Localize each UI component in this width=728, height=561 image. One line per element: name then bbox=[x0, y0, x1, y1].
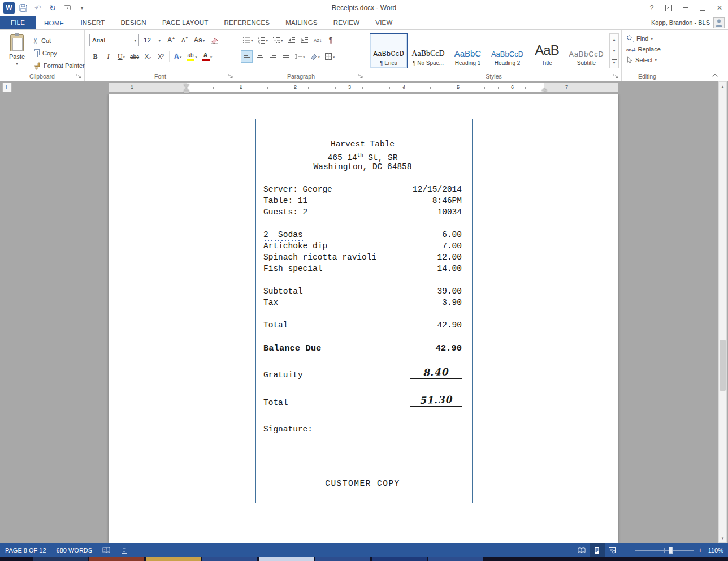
underline-button[interactable]: U▾ bbox=[115, 50, 127, 63]
align-left-button[interactable] bbox=[241, 50, 253, 63]
clear-formatting-button[interactable] bbox=[208, 34, 220, 46]
scrollbar-thumb[interactable] bbox=[720, 340, 726, 391]
style-title[interactable]: AaB Title bbox=[528, 33, 566, 68]
tab-stop-selector[interactable]: L bbox=[2, 83, 12, 92]
zoom-slider-thumb[interactable] bbox=[669, 547, 673, 554]
decrease-indent-button[interactable] bbox=[286, 34, 298, 46]
line-spacing-button[interactable]: ▾ bbox=[293, 50, 307, 63]
select-button[interactable]: Select ▾ bbox=[626, 56, 661, 63]
receipt-grand-total-row[interactable]: Total 51.30 bbox=[263, 396, 462, 408]
tab-design[interactable]: DESIGN bbox=[113, 16, 154, 29]
page-number-indicator[interactable]: PAGE 8 OF 12 bbox=[0, 543, 51, 557]
qat-customize-button[interactable]: ▾ bbox=[76, 2, 88, 14]
highlight-color-button[interactable]: ab ▾ bbox=[185, 50, 199, 63]
show-hide-marks-button[interactable]: ¶ bbox=[325, 34, 337, 46]
touch-mode-button[interactable] bbox=[61, 2, 73, 14]
receipt-gratuity-row[interactable]: Gratuity 8.40 bbox=[263, 368, 462, 381]
superscript-button[interactable]: X² bbox=[155, 50, 167, 63]
print-layout-button[interactable] bbox=[590, 543, 605, 557]
style-heading-2[interactable]: AaBbCcD Heading 2 bbox=[488, 33, 526, 68]
receipt-balance-row[interactable]: Balance Due42.90 bbox=[263, 343, 462, 355]
receipt-address[interactable]: 465 14th St, SR bbox=[263, 150, 462, 161]
taskbar-app-button[interactable] bbox=[146, 557, 201, 561]
styles-more-button[interactable]: ▾ bbox=[609, 57, 619, 68]
sort-button[interactable]: AZ↓ bbox=[312, 34, 324, 46]
scroll-up-button[interactable]: ▴ bbox=[719, 82, 726, 90]
macro-status-button[interactable] bbox=[115, 543, 133, 557]
proofing-status-button[interactable] bbox=[97, 543, 115, 557]
align-right-button[interactable] bbox=[267, 50, 279, 63]
tab-mailings[interactable]: MAILINGS bbox=[278, 16, 326, 29]
horizontal-ruler[interactable]: 1 1 2 3 4 5 6 7 bbox=[109, 83, 618, 92]
paragraph-dialog-launcher[interactable] bbox=[357, 72, 364, 79]
web-layout-button[interactable] bbox=[605, 543, 620, 557]
first-line-indent-marker[interactable] bbox=[184, 84, 189, 88]
receipt-row[interactable]: Guests: 210034 bbox=[263, 206, 462, 218]
receipt-row[interactable]: Table: 118:46PM bbox=[263, 195, 462, 206]
align-center-button[interactable] bbox=[254, 50, 266, 63]
italic-button[interactable]: I bbox=[102, 50, 114, 63]
paste-button[interactable]: Paste ▾ bbox=[5, 33, 29, 70]
taskbar-app-button[interactable] bbox=[202, 557, 257, 561]
help-button[interactable]: ? bbox=[643, 0, 660, 16]
replace-button[interactable]: ab⇄ Replace bbox=[626, 46, 661, 53]
font-dialog-launcher[interactable] bbox=[227, 72, 234, 79]
format-painter-button[interactable]: Format Painter bbox=[33, 60, 85, 71]
collapse-ribbon-button[interactable] bbox=[711, 72, 720, 79]
undo-button[interactable]: ↶ bbox=[32, 2, 44, 14]
borders-button[interactable]: ▾ bbox=[323, 50, 337, 63]
redo-button[interactable]: ↻ bbox=[46, 2, 59, 14]
receipt-row[interactable]: 2 Sodas6.00 bbox=[263, 229, 462, 240]
receipt-row[interactable]: Spinach ricotta ravioli12.00 bbox=[263, 252, 462, 263]
taskbar-app-button[interactable] bbox=[428, 557, 483, 561]
strikethrough-button[interactable]: abc bbox=[128, 50, 141, 63]
shrink-font-button[interactable]: A▾ bbox=[179, 34, 190, 46]
font-color-button[interactable]: A ▾ bbox=[200, 50, 214, 63]
grow-font-button[interactable]: A▴ bbox=[165, 34, 177, 46]
numbering-button[interactable]: ▾ bbox=[256, 34, 270, 46]
taskbar-app-button[interactable] bbox=[33, 557, 88, 561]
styles-dialog-launcher[interactable] bbox=[613, 72, 619, 79]
word-count-indicator[interactable]: 680 WORDS bbox=[51, 543, 98, 557]
zoom-slider[interactable] bbox=[635, 550, 694, 551]
text-effects-button[interactable]: A▾ bbox=[172, 50, 184, 63]
vertical-scrollbar[interactable]: ▴ ▾ bbox=[718, 81, 727, 543]
shading-button[interactable]: ▾ bbox=[308, 50, 322, 63]
close-button[interactable]: ✕ bbox=[711, 0, 728, 16]
save-button[interactable] bbox=[17, 2, 29, 14]
tab-view[interactable]: VIEW bbox=[367, 16, 400, 29]
change-case-button[interactable]: Aa▾ bbox=[192, 34, 206, 46]
maximize-button[interactable] bbox=[694, 0, 711, 16]
taskbar-app-button[interactable] bbox=[372, 557, 427, 561]
bullets-button[interactable]: ▾ bbox=[241, 34, 255, 46]
zoom-out-button[interactable]: − bbox=[625, 546, 631, 554]
left-indent-marker[interactable] bbox=[184, 91, 189, 93]
styles-scroll-down-button[interactable]: ▾ bbox=[609, 45, 619, 57]
tab-review[interactable]: REVIEW bbox=[326, 16, 368, 29]
receipt-title[interactable]: Harvest Table bbox=[263, 139, 462, 150]
tab-references[interactable]: REFERENCES bbox=[216, 16, 278, 29]
bold-button[interactable]: B bbox=[89, 50, 101, 63]
find-button[interactable]: Find ▾ bbox=[626, 34, 661, 42]
zoom-in-button[interactable]: + bbox=[697, 546, 704, 554]
document-page[interactable]: Harvest Table 465 14th St, SR Washington… bbox=[109, 94, 618, 543]
tab-page-layout[interactable]: PAGE LAYOUT bbox=[154, 16, 216, 29]
receipt-table[interactable]: Harvest Table 465 14th St, SR Washington… bbox=[255, 119, 473, 503]
receipt-row[interactable]: Server: George12/15/2014 bbox=[263, 184, 462, 195]
increase-indent-button[interactable] bbox=[299, 34, 311, 46]
subscript-button[interactable]: X₂ bbox=[142, 50, 154, 63]
font-size-select[interactable]: 12 ▾ bbox=[141, 34, 163, 46]
scroll-down-button[interactable]: ▾ bbox=[719, 534, 726, 542]
style-subtitle[interactable]: AaBbCcD Subtitle bbox=[567, 33, 605, 68]
right-indent-marker[interactable] bbox=[541, 88, 547, 91]
cut-button[interactable]: ✂ Cut bbox=[33, 35, 51, 46]
multilevel-list-button[interactable]: ▾ bbox=[271, 34, 285, 46]
ribbon-display-options-button[interactable] bbox=[660, 0, 677, 16]
receipt-row[interactable]: Artichoke dip7.00 bbox=[263, 240, 462, 252]
font-name-select[interactable]: Arial ▾ bbox=[89, 34, 139, 46]
receipt-row[interactable]: Fish special14.00 bbox=[263, 263, 462, 274]
receipt-signature-row[interactable]: Signature: bbox=[263, 421, 462, 433]
receipt-footer[interactable]: CUSTOMER COPY bbox=[263, 478, 462, 489]
taskbar-app-button[interactable] bbox=[259, 557, 314, 561]
taskbar-app-button[interactable] bbox=[315, 557, 370, 561]
